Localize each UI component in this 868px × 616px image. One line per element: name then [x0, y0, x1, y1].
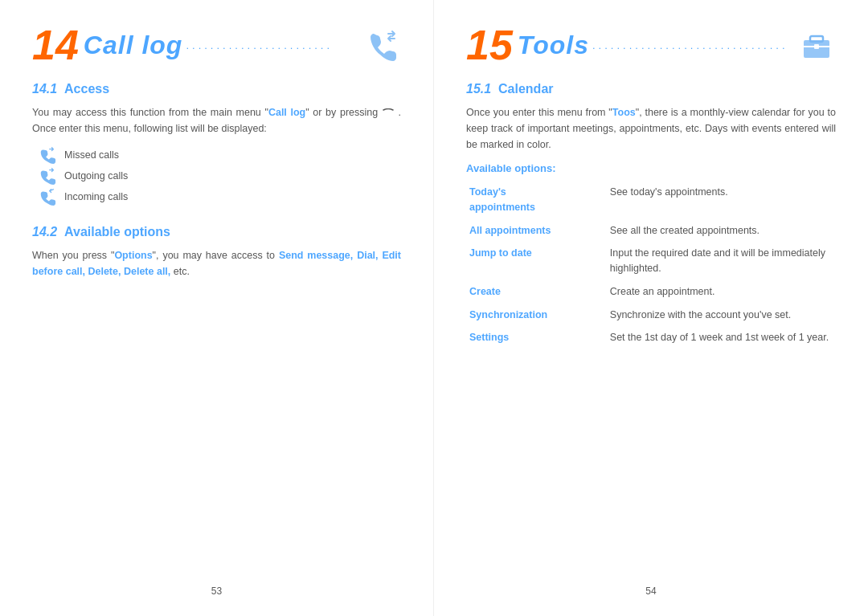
incoming-calls-label: Incoming calls	[64, 191, 128, 202]
incoming-calls-item: Incoming calls	[39, 188, 401, 206]
missed-calls-icon	[39, 146, 56, 164]
section-15-1-heading: 15.1 Calendar	[466, 82, 836, 96]
section-15-1-number: 15.1	[466, 82, 498, 96]
section-14-1-number: 14.1	[32, 82, 64, 96]
section-15-1-body: Once you enter this menu from "Toos", th…	[466, 104, 836, 153]
section-14-2-body: When you press "Options", you may have a…	[32, 247, 401, 279]
option-all-appointments-desc: See all the created appointments.	[607, 219, 836, 243]
call-log-icon	[362, 26, 401, 64]
outgoing-calls-item: Outgoing calls	[39, 167, 401, 185]
section-15-1: 15.1 Calendar Once you enter this menu f…	[466, 82, 836, 349]
section-14-2-title: Available options	[64, 225, 170, 239]
option-settings: Settings Set the 1st day of 1 week and 1…	[466, 326, 836, 349]
section-15-1-title: Calendar	[498, 82, 553, 96]
svg-rect-3	[814, 44, 819, 49]
chapter-14-title: Call log	[84, 31, 183, 60]
right-page-number: 54	[645, 585, 656, 597]
options-list-bold: Send message, Dial, Edit before call, De…	[32, 250, 401, 277]
incoming-calls-icon	[39, 188, 56, 206]
option-create-desc: Create an appointment.	[607, 280, 836, 304]
option-todays-appointments-name: Today'sappointments	[466, 181, 607, 219]
chapter-14-heading: 14 Call log ........................	[32, 24, 401, 66]
option-create: Create Create an appointment.	[466, 280, 836, 304]
option-jump-to-date-name: Jump to date	[466, 242, 607, 280]
calllog-bold: Call log	[268, 107, 305, 118]
option-settings-name: Settings	[466, 326, 607, 349]
section-14-1-body: You may access this function from the ma…	[32, 104, 401, 137]
option-create-name: Create	[466, 280, 607, 304]
option-jump-to-date-desc: Input the required date and it will be i…	[607, 242, 836, 280]
chapter-15-number: 15	[466, 24, 513, 66]
left-page-number: 53	[211, 585, 222, 597]
right-page: 15 Tools ...............................…	[434, 0, 868, 616]
option-all-appointments-name: All appointments	[466, 219, 607, 243]
chapter-15-title: Tools	[518, 31, 589, 60]
section-14-2-number: 14.2	[32, 225, 64, 239]
section-14-2-heading: 14.2 Available options	[32, 225, 401, 239]
section-14-1-title: Access	[64, 82, 109, 96]
option-jump-to-date: Jump to date Input the required date and…	[466, 242, 836, 280]
section-14-2: 14.2 Available options When you press "O…	[32, 225, 401, 289]
option-synchronization-desc: Synchronize with the account you've set.	[607, 304, 836, 327]
call-items-list: Missed calls Outgoing calls Incoming cal…	[39, 146, 401, 206]
outgoing-calls-icon	[39, 167, 56, 185]
chapter-15-title-area: Tools ................................	[518, 31, 797, 60]
option-synchronization-name: Synchronization	[466, 304, 607, 327]
missed-calls-label: Missed calls	[64, 149, 119, 161]
option-all-appointments: All appointments See all the created app…	[466, 219, 836, 243]
chapter-14-dots: ........................	[186, 39, 359, 51]
missed-calls-item: Missed calls	[39, 146, 401, 164]
chapter-14-number: 14	[32, 24, 79, 66]
option-todays-appointments-desc: See today's appointments.	[607, 181, 836, 219]
chapter-14-title-area: Call log ........................	[84, 31, 362, 60]
toos-bold: Toos	[612, 107, 636, 118]
svg-rect-1	[810, 36, 823, 42]
available-options-header: Available options:	[466, 162, 836, 174]
left-page: 14 Call log ........................ 14.…	[0, 0, 434, 616]
option-settings-desc: Set the 1st day of 1 week and 1st week o…	[607, 326, 836, 349]
section-14-1: 14.1 Access You may access this function…	[32, 82, 401, 218]
option-todays-appointments: Today'sappointments See today's appointm…	[466, 181, 836, 219]
chapter-15-heading: 15 Tools ...............................…	[466, 24, 836, 66]
section-14-1-heading: 14.1 Access	[32, 82, 401, 96]
outgoing-calls-label: Outgoing calls	[64, 170, 128, 182]
options-bold: Options	[114, 250, 152, 261]
tools-icon	[797, 26, 836, 64]
calendar-options-table: Today'sappointments See today's appointm…	[466, 181, 836, 349]
chapter-15-dots: ................................	[592, 39, 794, 51]
option-synchronization: Synchronization Synchronize with the acc…	[466, 304, 836, 327]
